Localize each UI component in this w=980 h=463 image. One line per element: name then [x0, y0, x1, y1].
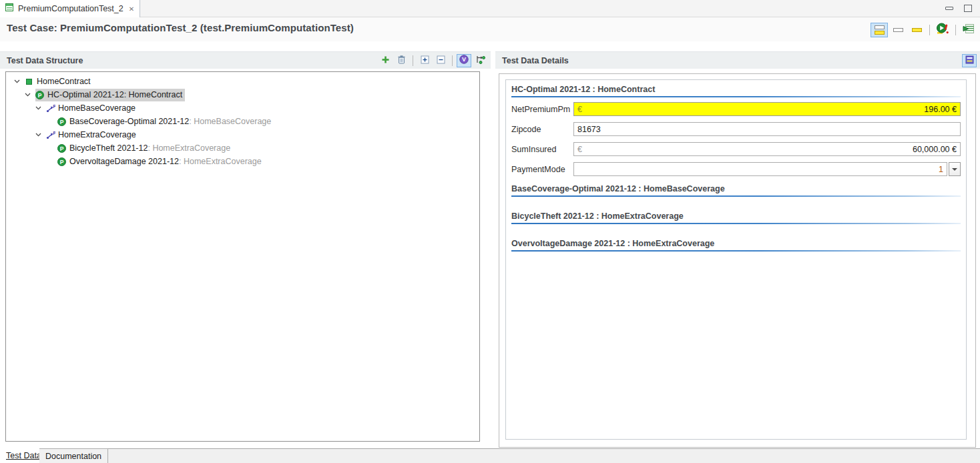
- section-title: OvervoltageDamage 2021-12 : HomeExtraCov…: [511, 239, 961, 249]
- tree-item-homeextracoverage[interactable]: P HomeExtraCoverage: [6, 128, 479, 141]
- details-form: HC-Optimal 2021-12 : HomeContract NetPre…: [505, 79, 967, 440]
- show-all-values-toggle[interactable]: [871, 23, 888, 37]
- field-value: 1: [939, 165, 943, 174]
- add-button[interactable]: [378, 54, 393, 67]
- editor-page-tabs: Test Data Documentation: [0, 448, 980, 463]
- toolbar-separator: [413, 55, 413, 66]
- association-tree-icon: [475, 55, 485, 67]
- structure-panel-header: Test Data Structure: [0, 51, 491, 69]
- association-tree-button[interactable]: [473, 54, 487, 67]
- show-expected-values-button[interactable]: [908, 23, 925, 37]
- test-data-structure-tree: HomeContract P HC-Optimal 2021-12 : Home…: [5, 71, 480, 442]
- svg-text:P: P: [60, 158, 64, 165]
- toolbar-separator: [955, 25, 956, 35]
- field-value: 81673: [577, 125, 601, 134]
- toolbar-separator: [929, 25, 930, 35]
- chevron-down-icon: [952, 168, 957, 171]
- tree-item-hc-optimal[interactable]: P HC-Optimal 2021-12 : HomeContract: [6, 88, 479, 101]
- selected-row-highlight: P HC-Optimal 2021-12 : HomeContract: [35, 89, 185, 101]
- collapse-all-icon: [437, 55, 445, 67]
- close-icon[interactable]: ✕: [129, 5, 134, 13]
- chevron-down-icon[interactable]: [25, 93, 31, 97]
- section-overvoltagedamage: OvervoltageDamage 2021-12 : HomeExtraCov…: [511, 239, 961, 252]
- section-underline: [511, 195, 961, 197]
- field-row-suminsured: SumInsured € 60,000.00 €: [511, 142, 961, 156]
- svg-text:P: P: [60, 145, 64, 151]
- chevron-down-icon[interactable]: [35, 106, 42, 110]
- field-label: SumInsured: [511, 145, 573, 154]
- input-values-bar-icon: [893, 28, 903, 32]
- details-panel-header: Test Data Details: [495, 51, 980, 69]
- field-row-zipcode: Zipcode 81673: [511, 122, 961, 136]
- section-hc-optimal: HC-Optimal 2021-12 : HomeContract NetPre…: [511, 85, 961, 176]
- chevron-down-icon[interactable]: [35, 133, 42, 137]
- field-label: Zipcode: [511, 125, 573, 134]
- expected-values-bar-icon: [912, 28, 922, 32]
- field-value: 196.00 €: [924, 105, 957, 114]
- section-bicycletheft: BicycleTheft 2021-12 : HomeExtraCoverage: [511, 211, 961, 224]
- tree-item-overvoltagedamage[interactable]: P OvervoltageDamage 2021-12 : HomeExtraC…: [6, 155, 479, 168]
- sections-layout-toggle-button[interactable]: [962, 54, 977, 67]
- run-and-store-expected-result-button[interactable]: [934, 23, 951, 37]
- validation-toggle-icon: V: [459, 55, 469, 67]
- header-toolbar: [871, 23, 977, 37]
- view-window-controls: [945, 5, 972, 12]
- product-component-icon: P: [35, 91, 45, 99]
- tree-item-homecontract[interactable]: HomeContract: [6, 75, 479, 88]
- zipcode-field[interactable]: 81673: [573, 122, 961, 136]
- svg-text:P: P: [60, 118, 64, 125]
- test-data-details-area: HC-Optimal 2021-12 : HomeContract NetPre…: [499, 73, 976, 448]
- svg-text:P: P: [53, 104, 56, 109]
- svg-text:P: P: [38, 91, 42, 98]
- collapse-all-button[interactable]: [433, 54, 448, 67]
- minimize-icon[interactable]: [945, 7, 953, 10]
- details-panel-title: Test Data Details: [502, 56, 569, 65]
- run-test-icon: [963, 23, 975, 37]
- field-row-paymentmode: PaymentMode 1: [511, 162, 961, 176]
- details-toolbar: [962, 54, 977, 67]
- toolbar-separator: [452, 55, 453, 66]
- delete-button[interactable]: [394, 54, 409, 67]
- paymentmode-combo: 1: [573, 162, 961, 176]
- editor-tab-strip: PremiumComputationTest_2 ✕: [0, 0, 980, 17]
- delete-icon: [397, 55, 406, 67]
- section-title: BicycleTheft 2021-12 : HomeExtraCoverage: [511, 211, 961, 221]
- section-title: HC-Optimal 2021-12 : HomeContract: [511, 85, 961, 95]
- validation-toggle-button[interactable]: V: [457, 54, 471, 67]
- structure-panel-title: Test Data Structure: [7, 56, 83, 65]
- chevron-down-icon[interactable]: [14, 79, 21, 83]
- policy-type-icon: [25, 77, 34, 86]
- test-case-icon: [5, 3, 14, 15]
- editor-tab[interactable]: PremiumComputationTest_2 ✕: [0, 0, 140, 17]
- field-value: 60,000.00 €: [913, 145, 957, 154]
- section-underline: [511, 96, 961, 97]
- section-title: BaseCoverage-Optimal 2021-12 : HomeBaseC…: [511, 184, 961, 194]
- product-component-icon: P: [57, 144, 67, 153]
- input-values-bar-icon: [875, 25, 885, 29]
- section-basecoverage-optimal: BaseCoverage-Optimal 2021-12 : HomeBaseC…: [511, 184, 961, 197]
- expand-all-icon: [421, 55, 429, 67]
- tab-documentation[interactable]: Documentation: [39, 448, 108, 463]
- show-input-values-button[interactable]: [889, 23, 907, 37]
- paymentmode-field[interactable]: 1: [573, 162, 947, 176]
- field-label: PaymentMode: [511, 165, 573, 174]
- tree-item-homebasecoverage[interactable]: P HomeBaseCoverage: [6, 101, 479, 115]
- paymentmode-dropdown-button[interactable]: [949, 162, 961, 176]
- tree-item-bicycletheft[interactable]: P BicycleTheft 2021-12 : HomeExtraCovera…: [6, 141, 479, 155]
- tree-item-basecoverage-optimal[interactable]: P BaseCoverage-Optimal 2021-12 : HomeBas…: [6, 115, 479, 128]
- expand-all-button[interactable]: [417, 54, 432, 67]
- page-title: Test Case: PremiumComputationTest_2 (tes…: [7, 22, 354, 33]
- sections-layout-toggle-icon: [965, 55, 974, 67]
- structure-toolbar: V: [378, 54, 487, 67]
- suminsured-field[interactable]: € 60,000.00 €: [573, 142, 961, 156]
- association-icon: P: [46, 104, 55, 113]
- currency-prefix: €: [577, 105, 582, 114]
- editor-tab-title: PremiumComputationTest_2: [18, 4, 124, 13]
- netpremiumpm-field[interactable]: € 196.00 €: [573, 102, 961, 116]
- maximize-icon[interactable]: [964, 5, 972, 12]
- association-icon: P: [46, 131, 55, 139]
- field-label: NetPremiumPm: [511, 105, 573, 114]
- test-case-editor: PremiumComputationTest_2 ✕ Test Case: Pr…: [0, 0, 980, 463]
- section-underline: [511, 223, 961, 224]
- run-test-button[interactable]: [960, 23, 977, 37]
